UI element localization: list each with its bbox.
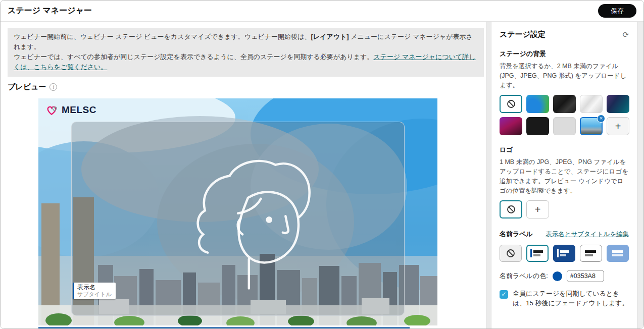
logo-section-description: 1 MB 未満の JPG、JPEG、PNG ファイルをアップロードすることで、ス…	[500, 157, 629, 195]
name-label-style-none[interactable]	[500, 245, 522, 262]
bg-thumb-silver-silk[interactable]	[580, 95, 603, 113]
bg-thumb-black[interactable]	[526, 117, 549, 135]
left-panel: ウェビナー開始前に、ウェビナー ステージ ビューをカスタマイズできます。ウェビナ…	[1, 22, 486, 329]
sidebar-scrollbar[interactable]	[637, 22, 643, 329]
logo-none-button[interactable]	[500, 200, 522, 218]
no-name-label-icon	[506, 248, 516, 258]
name-label-style-light-blue[interactable]	[607, 245, 629, 262]
display-name-text: 表示名	[77, 284, 112, 291]
save-button[interactable]: 保存	[598, 4, 636, 18]
background-section-description: 背景を選択するか、2 MB 未満のファイル (JPG、JPEG、PNG 形式) …	[500, 62, 629, 90]
no-logo-icon	[506, 204, 516, 214]
bg-thumb-cityscape-selected[interactable]: ×	[580, 117, 603, 135]
person-placeholder-icon	[175, 144, 321, 290]
refresh-icon[interactable]: ⟳	[622, 31, 629, 38]
info-line1-pre: ウェビナー開始前に、ウェビナー ステージ ビューをカスタマイズできます。ウェビナ…	[14, 33, 311, 40]
stage-logo[interactable]: MELSC	[45, 103, 96, 117]
header: ステージ マネージャー 保存	[1, 1, 643, 22]
remove-background-icon[interactable]: ×	[597, 115, 605, 123]
bg-upload-button[interactable]: +	[607, 117, 629, 135]
name-label-header: 名前ラベル 表示名とサブタイトルを編集	[500, 230, 629, 239]
no-background-icon	[506, 99, 516, 109]
name-label-heading: 名前ラベル	[500, 230, 533, 239]
edit-name-subtitle-link[interactable]: 表示名とサブタイトルを編集	[546, 230, 629, 239]
subtitle-text: サブタイトル	[77, 291, 112, 298]
stage-preview[interactable]: MELSC 表示名 サブタイトル	[38, 98, 437, 325]
color-swatch[interactable]	[553, 271, 562, 281]
logo-section-heading: ロゴ	[500, 145, 629, 154]
melsc-heart-icon	[45, 103, 59, 117]
bg-thumb-magenta-gradient[interactable]	[500, 117, 522, 135]
name-label-color-label: 名前ラベルの色:	[500, 271, 548, 281]
sidebar-header: ステージ設定 ⟳	[500, 30, 629, 39]
bg-thumb-dark-gray-wave[interactable]	[553, 95, 576, 113]
logo-options: +	[500, 200, 629, 218]
name-label-style-outline[interactable]	[580, 245, 602, 262]
name-label-style-options	[500, 245, 629, 262]
color-hex-input[interactable]	[567, 270, 604, 282]
stage-logo-text: MELSC	[62, 104, 96, 116]
stage-settings-sidebar: ステージ設定 ⟳ ステージの背景 背景を選択するか、2 MB 未満のファイル (…	[491, 22, 637, 329]
info-banner: ウェビナー開始前に、ウェビナー ステージ ビューをカスタマイズできます。ウェビナ…	[8, 28, 484, 77]
name-label-dark-icon	[557, 249, 571, 258]
page-title: ステージ マネージャー	[8, 6, 92, 16]
bg-thumb-none[interactable]	[500, 95, 522, 113]
info-line2: ウェビナーでは、すべての参加者が同じステージ設定を表示できるように、全員のステー…	[14, 53, 373, 61]
stage-manager-dialog: ステージ マネージャー 保存 ウェビナー開始前に、ウェビナー ステージ ビューを…	[0, 0, 644, 329]
preview-mode-radio-bar: ビデオのみのプレビュー 共有コンテンツのプレビュー	[38, 327, 410, 329]
bg-thumb-navy-teal-gradient[interactable]	[607, 95, 629, 113]
name-label-outline-icon	[584, 249, 598, 258]
name-label-light-icon	[530, 249, 544, 258]
name-label-lightblue-icon	[611, 249, 625, 258]
bg-thumb-blue-green-gradient[interactable]	[526, 95, 549, 113]
logo-upload-button[interactable]: +	[526, 200, 549, 218]
info-line1-layout-menu: [レイアウト]	[311, 33, 349, 40]
preview-title: プレビュー	[8, 82, 46, 92]
name-label-chip[interactable]: 表示名 サブタイトル	[73, 283, 116, 299]
sync-fadeout-checkbox[interactable]: ✓	[500, 290, 508, 299]
sync-fadeout-label: 全員にステージを同期しているときは、15 秒後にフェードアウトします。	[513, 289, 629, 308]
left-panel-scrollbar[interactable]	[486, 22, 491, 329]
sync-fadeout-row: ✓ 全員にステージを同期しているときは、15 秒後にフェードアウトします。	[500, 289, 629, 308]
background-section-heading: ステージの背景	[500, 49, 629, 59]
info-icon[interactable]: i	[49, 83, 57, 91]
content: ウェビナー開始前に、ウェビナー ステージ ビューをカスタマイズできます。ウェビナ…	[1, 22, 643, 329]
bg-thumb-light-gray[interactable]	[553, 117, 576, 135]
background-thumbnail-grid: × +	[500, 95, 631, 135]
sidebar-title: ステージ設定	[500, 30, 546, 39]
name-label-color-row: 名前ラベルの色:	[500, 270, 629, 282]
name-label-style-light-selected[interactable]	[526, 245, 549, 262]
preview-heading: プレビュー i	[8, 82, 484, 92]
name-label-style-dark-blue[interactable]	[553, 245, 575, 262]
